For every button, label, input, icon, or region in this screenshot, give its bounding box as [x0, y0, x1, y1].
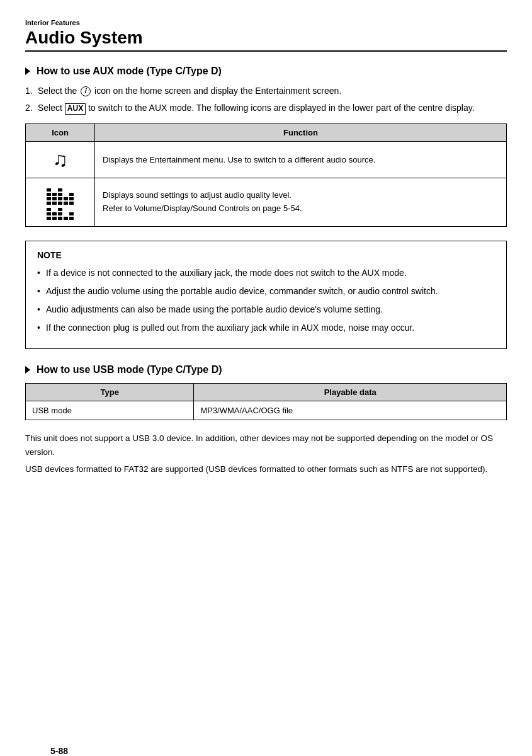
table-row: Displays sound settings to adjust audio … [26, 178, 507, 227]
aux-step-2: 2. Select AUX to switch to the AUX mode.… [25, 101, 507, 115]
aux-table-row1-function: Displays the Entertainment menu. Use to … [95, 142, 507, 178]
aux-step-1: 1. Select the i icon on the home screen … [25, 84, 507, 98]
usb-table-header-playable: Playable data [194, 384, 507, 401]
aux-section-heading: How to use AUX mode (Type C/Type D) [25, 66, 507, 77]
aux-steps-list: 1. Select the i icon on the home screen … [25, 84, 507, 115]
music-note-cell: ♫ [26, 142, 95, 178]
usb-table-header-type: Type [26, 384, 194, 401]
table-row: ♫ Displays the Entertainment menu. Use t… [26, 142, 507, 178]
section-label: Interior Features [25, 19, 507, 26]
note-box: NOTE If a device is not connected to the… [25, 241, 507, 349]
aux-table-row2-function: Displays sound settings to adjust audio … [95, 178, 507, 227]
page-number: 5-88 [50, 746, 68, 756]
music-note-icon: ♫ [53, 148, 68, 171]
usb-table: Type Playable data USB mode MP3/WMA/AAC/… [25, 383, 507, 420]
note-title: NOTE [37, 250, 495, 260]
aux-table-header-function: Function [95, 124, 507, 142]
entertainment-icon: i [81, 86, 91, 96]
eq-icon-cell [26, 178, 95, 227]
eq-bars-icon [47, 185, 74, 220]
triangle-icon-2 [25, 366, 30, 374]
usb-body-text-2: USB devices formatted to FAT32 are suppo… [25, 462, 507, 476]
usb-body-text-1: This unit does not support a USB 3.0 dev… [25, 432, 507, 459]
page-title: Audio System [25, 28, 507, 48]
usb-table-type: USB mode [26, 401, 194, 420]
usb-table-playable: MP3/WMA/AAC/OGG file [194, 401, 507, 420]
aux-icon-table: Icon Function ♫ Displays the Entertainme… [25, 123, 507, 227]
triangle-icon [25, 67, 30, 75]
list-item: If a device is not connected to the auxi… [37, 266, 495, 280]
aux-button-label: AUX [65, 103, 86, 115]
note-list: If a device is not connected to the auxi… [37, 266, 495, 335]
list-item: If the connection plug is pulled out fro… [37, 321, 495, 335]
table-row: USB mode MP3/WMA/AAC/OGG file [26, 401, 507, 420]
aux-table-header-icon: Icon [26, 124, 95, 142]
list-item: Adjust the audio volume using the portab… [37, 285, 495, 298]
title-divider [25, 50, 507, 52]
usb-section-heading: How to use USB mode (Type C/Type D) [25, 364, 507, 375]
list-item: Audio adjustments can also be made using… [37, 303, 495, 316]
